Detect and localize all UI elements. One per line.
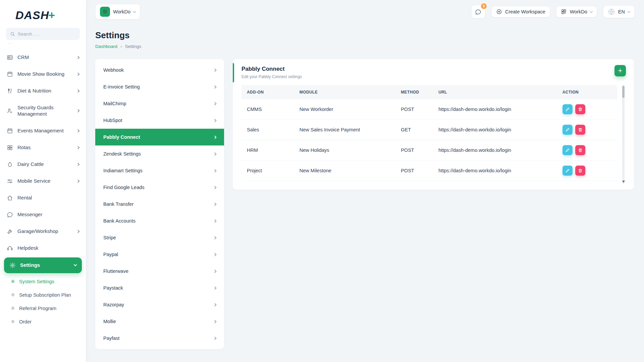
settings-nav-pabbly-connect[interactable]: Pabbly Connect	[95, 129, 224, 145]
trash-icon	[578, 127, 583, 132]
pencil-icon	[565, 107, 570, 112]
chevron-right-icon	[213, 102, 217, 105]
delete-button[interactable]	[575, 145, 585, 155]
settings-nav-payfast[interactable]: Payfast	[95, 330, 224, 347]
chevron-right-icon	[76, 109, 80, 113]
chat-icon	[7, 212, 13, 218]
search-input[interactable]	[18, 32, 76, 37]
settings-nav-razorpay[interactable]: Razorpay	[95, 296, 224, 313]
cell-module: New Holidays	[294, 140, 395, 161]
settings-nav-bank-accounts[interactable]: Bank Accounts	[95, 213, 224, 229]
sidebar-subitem-order[interactable]: Order	[0, 315, 86, 328]
sidebar-item-label: Movie Show Booking	[17, 71, 64, 77]
sidebar-item-rental[interactable]: Rental	[0, 190, 86, 205]
sidebar-item-messenger[interactable]: Messenger	[0, 207, 86, 222]
workspace-name: WorkDo	[113, 9, 130, 14]
chevron-down-icon	[133, 10, 136, 12]
cell-module: New Workorder	[294, 99, 395, 120]
workspace-dropdown[interactable]: WorkDo	[556, 6, 597, 17]
droplet-icon	[7, 161, 13, 168]
sidebar-subitem-label: Order	[19, 319, 32, 324]
chevron-right-icon	[213, 320, 217, 323]
chevron-right-icon	[213, 68, 217, 72]
workspace-switcher[interactable]: WorkDo	[95, 4, 140, 19]
headset-icon	[7, 245, 13, 251]
settings-nav-e-invoice[interactable]: E-invoice Setting	[95, 78, 224, 95]
settings-nav-paypal[interactable]: Paypal	[95, 246, 224, 263]
settings-nav-label: Payfast	[103, 336, 119, 341]
page-title: Settings	[95, 30, 634, 41]
chevron-right-icon	[213, 303, 217, 306]
edit-button[interactable]	[562, 145, 573, 155]
breadcrumb-current: Settings	[125, 44, 142, 49]
pabbly-table-wrap: ADD-ON MODULE METHOD URL ACTION CMMS New…	[241, 85, 625, 181]
sidebar-item-crm[interactable]: CRM	[0, 50, 86, 65]
settings-nav-label: Find Google Leads	[103, 185, 145, 190]
sidebar-subitem-setup-subscription-plan[interactable]: Setup Subscription Plan	[0, 288, 86, 302]
col-action: ACTION	[557, 85, 617, 99]
messages-badge: 0	[481, 3, 487, 9]
sidebar-item-rotas[interactable]: Rotas	[0, 140, 86, 155]
settings-nav-hubspot[interactable]: HubSpot	[95, 112, 224, 129]
edit-button[interactable]	[562, 125, 573, 135]
sidebar-subitem-referral-program[interactable]: Referral Program	[0, 302, 86, 315]
settings-nav-paystack[interactable]: Paystack	[95, 280, 224, 296]
edit-button[interactable]	[562, 166, 573, 176]
sidebar-item-security-guards[interactable]: Security Guards Management	[0, 100, 86, 122]
sidebar-item-label: CRM	[17, 54, 29, 61]
breadcrumb-dashboard-link[interactable]: Dashboard	[95, 44, 117, 49]
sidebar-item-helpdesk[interactable]: Helpdesk	[0, 241, 86, 256]
sidebar-item-movie-show-booking[interactable]: Movie Show Booking	[0, 67, 86, 82]
settings-nav-bank-transfer[interactable]: Bank Transfer	[95, 196, 224, 213]
settings-nav-find-google-leads[interactable]: Find Google Leads	[95, 179, 224, 196]
plus-circle-icon	[496, 9, 502, 15]
table-row: Sales New Sales Invoice Payment GET http…	[241, 120, 617, 140]
panel-title: Pabbly Connect	[241, 66, 625, 72]
add-button[interactable]: +	[614, 65, 626, 76]
settings-nav-label: Razorpay	[103, 302, 124, 307]
settings-nav-webhook[interactable]: Webhook	[95, 62, 224, 78]
sidebar-item-mobile-service[interactable]: Mobile Service	[0, 174, 86, 189]
sidebar-item-diet-nutrition[interactable]: Diet & Nutrition	[0, 83, 86, 99]
messages-button[interactable]: 0	[471, 5, 485, 18]
settings-nav-mollie[interactable]: Mollie	[95, 313, 224, 330]
sidebar-item-label: Helpdesk	[17, 245, 39, 251]
edit-button[interactable]	[562, 104, 573, 114]
chevron-right-icon	[213, 236, 217, 239]
cell-addon: CMMS	[241, 99, 294, 120]
chat-bubble-icon	[475, 9, 481, 15]
settings-nav-mailchimp[interactable]: MailChimp	[95, 95, 224, 112]
settings-nav-indiamart[interactable]: Indiamart Settings	[95, 162, 224, 179]
film-icon	[7, 71, 13, 77]
delete-button[interactable]	[575, 125, 585, 135]
breadcrumb-separator: ›	[120, 44, 122, 49]
delete-button[interactable]	[575, 166, 585, 176]
settings-nav-label: Mollie	[103, 319, 116, 324]
layers-icon	[102, 9, 108, 14]
gear-icon	[9, 262, 16, 268]
scrollbar-down-arrow-icon[interactable]	[622, 181, 625, 183]
sidebar-item-label: Rental	[17, 195, 32, 201]
settings-nav-stripe[interactable]: Stripe	[95, 229, 224, 246]
grid-icon	[7, 144, 13, 151]
sidebar-item-settings[interactable]: Settings	[4, 257, 82, 273]
sidebar-item-label: Settings	[20, 262, 40, 268]
sidebar-item-garage-workshop[interactable]: Garage/Workshop	[0, 224, 86, 239]
sliders-icon	[7, 178, 13, 184]
sidebar-item-events-management[interactable]: Events Management	[0, 123, 86, 138]
sidebar-item-pos[interactable]: POS	[0, 43, 86, 48]
sidebar-item-dairy-cattle[interactable]: Dairy Cattle	[0, 157, 86, 172]
settings-nav-flutterwave[interactable]: Flutterwave	[95, 263, 224, 280]
delete-button[interactable]	[575, 104, 585, 114]
settings-nav-zendesk[interactable]: Zendesk Settings	[95, 145, 224, 162]
scrollbar-thumb[interactable]	[622, 86, 625, 98]
table-scrollbar[interactable]	[622, 85, 625, 184]
sidebar-item-label: Messenger	[17, 212, 42, 218]
sidebar-subitem-system-settings[interactable]: System Settings	[0, 275, 86, 288]
settings-nav-label: Stripe	[103, 235, 116, 240]
col-method: METHOD	[395, 85, 433, 99]
create-workspace-button[interactable]: Create Workspace	[491, 6, 550, 17]
language-selector[interactable]: EN	[603, 5, 635, 18]
settings-nav-label: Webhook	[103, 67, 124, 73]
chevron-right-icon	[213, 337, 217, 340]
